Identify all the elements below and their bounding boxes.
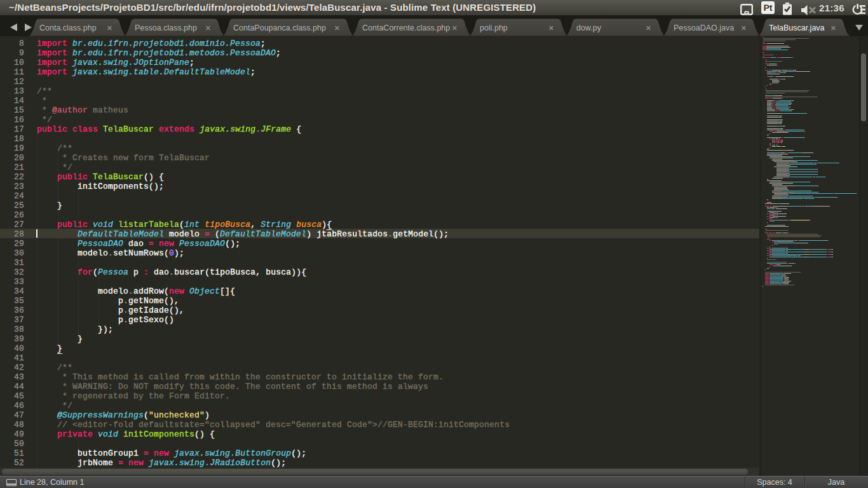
svg-text:21:36: 21:36: [819, 3, 844, 13]
svg-text:Pt: Pt: [763, 3, 772, 13]
